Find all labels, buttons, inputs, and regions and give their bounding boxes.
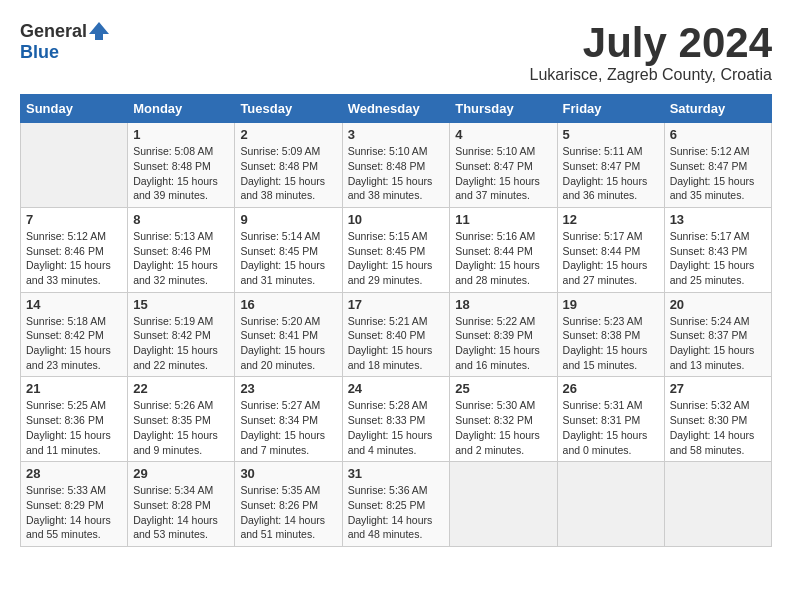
calendar-week-row: 1Sunrise: 5:08 AM Sunset: 8:48 PM Daylig…	[21, 123, 772, 208]
day-info: Sunrise: 5:10 AM Sunset: 8:48 PM Dayligh…	[348, 144, 445, 203]
header: General Blue July 2024 Lukarisce, Zagreb…	[20, 20, 772, 84]
day-number: 27	[670, 381, 766, 396]
day-info: Sunrise: 5:28 AM Sunset: 8:33 PM Dayligh…	[348, 398, 445, 457]
day-number: 8	[133, 212, 229, 227]
calendar-cell: 2Sunrise: 5:09 AM Sunset: 8:48 PM Daylig…	[235, 123, 342, 208]
calendar-table: SundayMondayTuesdayWednesdayThursdayFrid…	[20, 94, 772, 547]
calendar-cell: 18Sunrise: 5:22 AM Sunset: 8:39 PM Dayli…	[450, 292, 557, 377]
day-info: Sunrise: 5:18 AM Sunset: 8:42 PM Dayligh…	[26, 314, 122, 373]
day-info: Sunrise: 5:17 AM Sunset: 8:43 PM Dayligh…	[670, 229, 766, 288]
calendar-cell: 22Sunrise: 5:26 AM Sunset: 8:35 PM Dayli…	[128, 377, 235, 462]
day-number: 12	[563, 212, 659, 227]
calendar-cell: 31Sunrise: 5:36 AM Sunset: 8:25 PM Dayli…	[342, 462, 450, 547]
calendar-cell: 11Sunrise: 5:16 AM Sunset: 8:44 PM Dayli…	[450, 207, 557, 292]
day-info: Sunrise: 5:14 AM Sunset: 8:45 PM Dayligh…	[240, 229, 336, 288]
calendar-week-row: 7Sunrise: 5:12 AM Sunset: 8:46 PM Daylig…	[21, 207, 772, 292]
logo-blue-text: Blue	[20, 42, 59, 62]
day-number: 1	[133, 127, 229, 142]
page-title: July 2024	[530, 20, 772, 66]
day-info: Sunrise: 5:10 AM Sunset: 8:47 PM Dayligh…	[455, 144, 551, 203]
calendar-cell: 28Sunrise: 5:33 AM Sunset: 8:29 PM Dayli…	[21, 462, 128, 547]
day-number: 17	[348, 297, 445, 312]
day-number: 13	[670, 212, 766, 227]
day-info: Sunrise: 5:34 AM Sunset: 8:28 PM Dayligh…	[133, 483, 229, 542]
calendar-cell: 19Sunrise: 5:23 AM Sunset: 8:38 PM Dayli…	[557, 292, 664, 377]
calendar-cell: 30Sunrise: 5:35 AM Sunset: 8:26 PM Dayli…	[235, 462, 342, 547]
day-info: Sunrise: 5:26 AM Sunset: 8:35 PM Dayligh…	[133, 398, 229, 457]
day-number: 15	[133, 297, 229, 312]
calendar-cell: 13Sunrise: 5:17 AM Sunset: 8:43 PM Dayli…	[664, 207, 771, 292]
calendar-cell: 10Sunrise: 5:15 AM Sunset: 8:45 PM Dayli…	[342, 207, 450, 292]
logo-general-text: General	[20, 21, 87, 42]
day-info: Sunrise: 5:24 AM Sunset: 8:37 PM Dayligh…	[670, 314, 766, 373]
day-info: Sunrise: 5:16 AM Sunset: 8:44 PM Dayligh…	[455, 229, 551, 288]
title-area: July 2024 Lukarisce, Zagreb County, Croa…	[530, 20, 772, 84]
day-info: Sunrise: 5:08 AM Sunset: 8:48 PM Dayligh…	[133, 144, 229, 203]
day-info: Sunrise: 5:35 AM Sunset: 8:26 PM Dayligh…	[240, 483, 336, 542]
day-number: 21	[26, 381, 122, 396]
day-number: 4	[455, 127, 551, 142]
calendar-header-row: SundayMondayTuesdayWednesdayThursdayFrid…	[21, 95, 772, 123]
day-number: 3	[348, 127, 445, 142]
day-number: 25	[455, 381, 551, 396]
day-info: Sunrise: 5:30 AM Sunset: 8:32 PM Dayligh…	[455, 398, 551, 457]
day-number: 9	[240, 212, 336, 227]
day-number: 29	[133, 466, 229, 481]
calendar-cell	[450, 462, 557, 547]
day-number: 24	[348, 381, 445, 396]
calendar-cell: 29Sunrise: 5:34 AM Sunset: 8:28 PM Dayli…	[128, 462, 235, 547]
day-number: 19	[563, 297, 659, 312]
calendar-cell: 15Sunrise: 5:19 AM Sunset: 8:42 PM Dayli…	[128, 292, 235, 377]
day-number: 18	[455, 297, 551, 312]
logo-icon	[89, 20, 111, 42]
day-number: 31	[348, 466, 445, 481]
calendar-header-thursday: Thursday	[450, 95, 557, 123]
day-info: Sunrise: 5:12 AM Sunset: 8:46 PM Dayligh…	[26, 229, 122, 288]
calendar-cell: 12Sunrise: 5:17 AM Sunset: 8:44 PM Dayli…	[557, 207, 664, 292]
calendar-cell	[557, 462, 664, 547]
day-info: Sunrise: 5:36 AM Sunset: 8:25 PM Dayligh…	[348, 483, 445, 542]
day-number: 5	[563, 127, 659, 142]
day-number: 16	[240, 297, 336, 312]
day-number: 28	[26, 466, 122, 481]
day-number: 20	[670, 297, 766, 312]
day-info: Sunrise: 5:27 AM Sunset: 8:34 PM Dayligh…	[240, 398, 336, 457]
day-info: Sunrise: 5:21 AM Sunset: 8:40 PM Dayligh…	[348, 314, 445, 373]
day-info: Sunrise: 5:31 AM Sunset: 8:31 PM Dayligh…	[563, 398, 659, 457]
calendar-cell: 21Sunrise: 5:25 AM Sunset: 8:36 PM Dayli…	[21, 377, 128, 462]
calendar-cell: 14Sunrise: 5:18 AM Sunset: 8:42 PM Dayli…	[21, 292, 128, 377]
day-info: Sunrise: 5:11 AM Sunset: 8:47 PM Dayligh…	[563, 144, 659, 203]
day-number: 6	[670, 127, 766, 142]
calendar-cell: 5Sunrise: 5:11 AM Sunset: 8:47 PM Daylig…	[557, 123, 664, 208]
calendar-header-tuesday: Tuesday	[235, 95, 342, 123]
day-number: 23	[240, 381, 336, 396]
day-info: Sunrise: 5:23 AM Sunset: 8:38 PM Dayligh…	[563, 314, 659, 373]
svg-marker-0	[89, 22, 109, 40]
day-number: 11	[455, 212, 551, 227]
day-info: Sunrise: 5:33 AM Sunset: 8:29 PM Dayligh…	[26, 483, 122, 542]
calendar-header-monday: Monday	[128, 95, 235, 123]
calendar-cell: 27Sunrise: 5:32 AM Sunset: 8:30 PM Dayli…	[664, 377, 771, 462]
calendar-cell: 7Sunrise: 5:12 AM Sunset: 8:46 PM Daylig…	[21, 207, 128, 292]
calendar-cell: 6Sunrise: 5:12 AM Sunset: 8:47 PM Daylig…	[664, 123, 771, 208]
day-info: Sunrise: 5:15 AM Sunset: 8:45 PM Dayligh…	[348, 229, 445, 288]
logo: General Blue	[20, 20, 111, 63]
calendar-header-sunday: Sunday	[21, 95, 128, 123]
calendar-header-friday: Friday	[557, 95, 664, 123]
day-info: Sunrise: 5:32 AM Sunset: 8:30 PM Dayligh…	[670, 398, 766, 457]
calendar-cell: 20Sunrise: 5:24 AM Sunset: 8:37 PM Dayli…	[664, 292, 771, 377]
calendar-header-wednesday: Wednesday	[342, 95, 450, 123]
day-info: Sunrise: 5:19 AM Sunset: 8:42 PM Dayligh…	[133, 314, 229, 373]
calendar-cell: 26Sunrise: 5:31 AM Sunset: 8:31 PM Dayli…	[557, 377, 664, 462]
day-info: Sunrise: 5:22 AM Sunset: 8:39 PM Dayligh…	[455, 314, 551, 373]
day-info: Sunrise: 5:17 AM Sunset: 8:44 PM Dayligh…	[563, 229, 659, 288]
calendar-week-row: 21Sunrise: 5:25 AM Sunset: 8:36 PM Dayli…	[21, 377, 772, 462]
day-info: Sunrise: 5:09 AM Sunset: 8:48 PM Dayligh…	[240, 144, 336, 203]
calendar-cell: 1Sunrise: 5:08 AM Sunset: 8:48 PM Daylig…	[128, 123, 235, 208]
calendar-cell: 24Sunrise: 5:28 AM Sunset: 8:33 PM Dayli…	[342, 377, 450, 462]
day-info: Sunrise: 5:13 AM Sunset: 8:46 PM Dayligh…	[133, 229, 229, 288]
day-info: Sunrise: 5:20 AM Sunset: 8:41 PM Dayligh…	[240, 314, 336, 373]
day-number: 30	[240, 466, 336, 481]
calendar-cell: 17Sunrise: 5:21 AM Sunset: 8:40 PM Dayli…	[342, 292, 450, 377]
calendar-cell: 16Sunrise: 5:20 AM Sunset: 8:41 PM Dayli…	[235, 292, 342, 377]
